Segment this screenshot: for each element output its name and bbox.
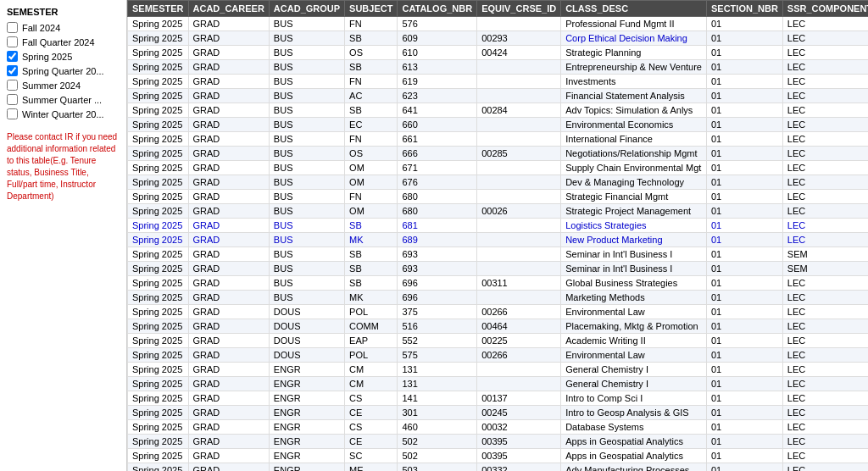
table-row[interactable]: Spring 2025GRADBUSAC623Financial Stateme… — [128, 89, 869, 103]
table-cell: Global Business Strategies — [561, 276, 707, 291]
table-row[interactable]: Spring 2025GRADBUSOM68000026Strategic Pr… — [128, 204, 869, 219]
table-cell: 01 — [707, 204, 783, 219]
sidebar-item-summer2024[interactable]: Summer 2024 — [7, 80, 120, 91]
table-cell: COMM — [345, 319, 398, 334]
table-cell: 141 — [398, 391, 477, 406]
col-header-ssr-component[interactable]: SSR_COMPONENT — [782, 1, 868, 17]
table-cell: 01 — [707, 31, 783, 46]
table-cell: 660 — [398, 118, 477, 132]
col-header-class-desc[interactable]: CLASS_DESC — [561, 1, 707, 17]
table-cell: LEC — [782, 103, 868, 118]
table-cell: OM — [345, 161, 398, 175]
table-row[interactable]: Spring 2025GRADDOUSPOL57500266Environmen… — [128, 348, 869, 363]
table-cell: Spring 2025 — [128, 449, 189, 463]
table-row[interactable]: Spring 2025GRADBUSFN576Professional Fund… — [128, 17, 869, 31]
table-row[interactable]: Spring 2025GRADBUSSB64100284Adv Topics: … — [128, 103, 869, 118]
table-row[interactable]: Spring 2025GRADDOUSCOMM51600464Placemaki… — [128, 319, 869, 334]
table-cell: BUS — [269, 17, 344, 31]
table-cell: Marketing Methods — [561, 291, 707, 305]
table-cell — [477, 363, 561, 377]
sidebar-item-summerq[interactable]: Summer Quarter ... — [7, 94, 120, 105]
table-cell: CM — [345, 377, 398, 391]
table-row[interactable]: Spring 2025GRADBUSFN619Investments01LEC — [128, 75, 869, 89]
table-cell: Negotiations/Relationship Mgmt — [561, 147, 707, 161]
col-header-acad-career[interactable]: ACAD_CAREER — [188, 1, 269, 17]
table-cell: LEC — [782, 377, 868, 391]
checkbox-winterq20[interactable] — [7, 108, 18, 119]
table-cell: GRAD — [188, 17, 269, 31]
table-row[interactable]: Spring 2025GRADENGRCS14100137Intro to Co… — [128, 391, 869, 406]
table-cell: BUS — [269, 132, 344, 147]
table-row[interactable]: Spring 2025GRADDOUSEAP55200225Academic W… — [128, 334, 869, 348]
sidebar-item-fallq2024[interactable]: Fall Quarter 2024 — [7, 36, 120, 47]
table-cell: Spring 2025 — [128, 247, 189, 262]
sidebar-item-fall2024[interactable]: Fall 2024 — [7, 22, 120, 33]
table-row[interactable]: Spring 2025GRADENGRCS46000032Database Sy… — [128, 420, 869, 435]
sidebar-item-label-summer2024: Summer 2024 — [22, 80, 81, 91]
table-row[interactable]: Spring 2025GRADBUSSB693Seminar in Int'l … — [128, 247, 869, 262]
table-cell: Placemaking, Mktg & Promotion — [561, 319, 707, 334]
table-row[interactable]: Spring 2025GRADENGRCE50200395Apps in Geo… — [128, 435, 869, 449]
table-row[interactable]: Spring 2025GRADBUSOS66600285Negotiations… — [128, 147, 869, 161]
table-cell: 01 — [707, 17, 783, 31]
table-cell: BUS — [269, 233, 344, 247]
table-cell: GRAD — [188, 219, 269, 233]
table-row[interactable]: Spring 2025GRADBUSSB613Entrepreneurship … — [128, 60, 869, 75]
col-header-subject[interactable]: SUBJECT — [345, 1, 398, 17]
table-cell: Spring 2025 — [128, 17, 189, 31]
table-row[interactable]: Spring 2025GRADBUSEC660Environmental Eco… — [128, 118, 869, 132]
checkbox-summerq[interactable] — [7, 94, 18, 105]
table-row[interactable]: Spring 2025GRADBUSFN661International Fin… — [128, 132, 869, 147]
table-row[interactable]: Spring 2025GRADBUSOM676Dev & Managing Te… — [128, 175, 869, 190]
table-row[interactable]: Spring 2025GRADENGRME50300332Adv Manufac… — [128, 463, 869, 472]
table-row[interactable]: Spring 2025GRADENGRCM131General Chemistr… — [128, 363, 869, 377]
table-row[interactable]: Spring 2025GRADBUSMK696Marketing Methods… — [128, 291, 869, 305]
col-header-section-nbr[interactable]: SECTION_NBR — [707, 1, 783, 17]
checkbox-springq20[interactable] — [7, 65, 18, 76]
table-cell: 516 — [398, 319, 477, 334]
table-cell: LEC — [782, 190, 868, 204]
table-row[interactable]: Spring 2025GRADBUSSB60900293Corp Ethical… — [128, 31, 869, 46]
table-row[interactable]: Spring 2025GRADENGRCM131General Chemistr… — [128, 377, 869, 391]
sidebar-item-winterq20[interactable]: Winter Quarter 20... — [7, 108, 120, 119]
checkbox-spring2025[interactable] — [7, 51, 18, 62]
table-cell: GRAD — [188, 262, 269, 276]
checkbox-fallq2024[interactable] — [7, 36, 18, 47]
table-cell: 01 — [707, 46, 783, 60]
table-cell: Supply Chain Environmental Mgt — [561, 161, 707, 175]
table-cell — [477, 219, 561, 233]
sidebar-item-spring2025[interactable]: Spring 2025 — [7, 51, 120, 62]
table-row[interactable]: Spring 2025GRADBUSOM671Supply Chain Envi… — [128, 161, 869, 175]
table-cell: Corp Ethical Decision Making — [561, 31, 707, 46]
checkbox-summer2024[interactable] — [7, 80, 18, 91]
col-header-acad-group[interactable]: ACAD_GROUP — [269, 1, 344, 17]
sidebar-item-springq20[interactable]: Spring Quarter 20... — [7, 65, 120, 76]
checkbox-fall2024[interactable] — [7, 22, 18, 33]
table-cell: 552 — [398, 334, 477, 348]
col-header-catalog-nbr[interactable]: CATALOG_NBR — [398, 1, 477, 17]
col-header-equiv-crse-id[interactable]: EQUIV_CRSE_ID — [477, 1, 561, 17]
table-row[interactable]: Spring 2025GRADENGRSC50200395Apps in Geo… — [128, 449, 869, 463]
table-row[interactable]: Spring 2025GRADDOUSPOL37500266Environmen… — [128, 305, 869, 319]
table-row[interactable]: Spring 2025GRADBUSSB69600311Global Busin… — [128, 276, 869, 291]
table-header-row: SEMESTERACAD_CAREERACAD_GROUPSUBJECTCATA… — [128, 1, 869, 17]
table-cell: CE — [345, 406, 398, 420]
table-row[interactable]: Spring 2025GRADBUSMK689New Product Marke… — [128, 233, 869, 247]
table-cell: MK — [345, 233, 398, 247]
table-cell: Spring 2025 — [128, 391, 189, 406]
table-row[interactable]: Spring 2025GRADBUSFN680Strategic Financi… — [128, 190, 869, 204]
table-row[interactable]: Spring 2025GRADBUSOS61000424Strategic Pl… — [128, 46, 869, 60]
table-row[interactable]: Spring 2025GRADENGRCE30100245Intro to Ge… — [128, 406, 869, 420]
table-cell: Strategic Planning — [561, 46, 707, 60]
table-cell: GRAD — [188, 463, 269, 472]
table-cell — [477, 118, 561, 132]
table-cell: LEC — [782, 363, 868, 377]
table-row[interactable]: Spring 2025GRADBUSSB681Logistics Strateg… — [128, 219, 869, 233]
table-cell: 01 — [707, 262, 783, 276]
table-cell: LEC — [782, 17, 868, 31]
table-cell: DOUS — [269, 319, 344, 334]
table-cell: LEC — [782, 60, 868, 75]
table-row[interactable]: Spring 2025GRADBUSSB693Seminar in Int'l … — [128, 262, 869, 276]
table-cell: Spring 2025 — [128, 305, 189, 319]
col-header-semester[interactable]: SEMESTER — [128, 1, 189, 17]
